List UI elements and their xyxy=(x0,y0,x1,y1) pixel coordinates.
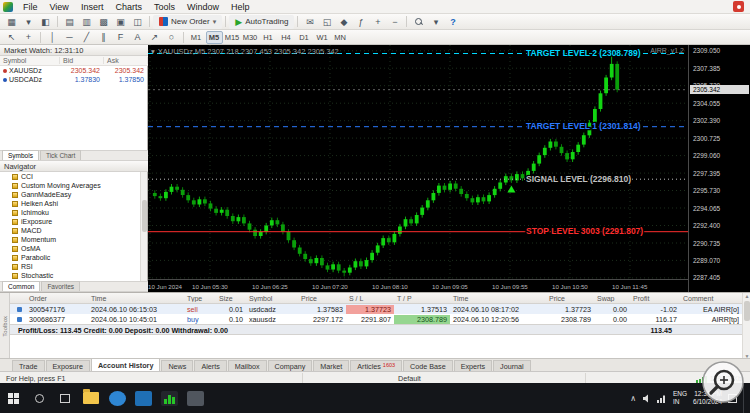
navigator-item-parabolic[interactable]: Parabolic xyxy=(0,253,141,262)
navigator-toggle-icon[interactable]: ▩ xyxy=(96,15,112,28)
objects-icon[interactable]: ◆ xyxy=(336,15,352,28)
locale-block[interactable]: ENG IN xyxy=(673,390,687,406)
search-dropdown-icon[interactable]: ▾ xyxy=(428,15,444,28)
taskbar-app-file-explorer-icon[interactable] xyxy=(78,385,104,411)
history-col[interactable]: T / P xyxy=(394,295,450,302)
toolbox-tab-journal[interactable]: Journal xyxy=(493,360,531,371)
profile-name[interactable]: Default xyxy=(398,374,421,383)
scrollbar-thumb[interactable] xyxy=(744,301,750,321)
mw-col-symbol[interactable]: Symbol xyxy=(0,57,60,64)
market-watch-row[interactable]: XAUUSDz 2305.342 2305.342 xyxy=(0,66,148,75)
channel-icon[interactable]: ∥ xyxy=(96,31,112,44)
history-col[interactable]: Size xyxy=(216,295,246,302)
horizontal-line-icon[interactable]: ─ xyxy=(62,31,78,44)
toolbox-tab-alerts[interactable]: Alerts xyxy=(194,360,226,371)
help-icon[interactable]: ? xyxy=(445,15,461,28)
toolbox-tab-articles[interactable]: Articles1603 xyxy=(350,360,402,371)
scrollbar-thumb[interactable] xyxy=(142,200,147,232)
crosshair-icon[interactable]: + xyxy=(21,31,37,44)
chart-dropdown-icon[interactable]: ▾ xyxy=(21,15,37,28)
taskbar-app-media-app-icon[interactable] xyxy=(182,385,208,411)
market-watch-tab-symbols[interactable]: Symbols xyxy=(2,150,39,160)
navigator-scrollbar[interactable] xyxy=(140,172,147,281)
navigator-item-gannmadeeasy[interactable]: GannMadeEasy xyxy=(0,190,141,199)
notifications-icon[interactable] xyxy=(733,1,744,12)
menu-charts[interactable]: Charts xyxy=(109,0,148,14)
history-col[interactable]: S / L xyxy=(346,295,394,302)
navigator-item-heiken-ashi[interactable]: Heiken Ashi xyxy=(0,199,141,208)
toolbox-tab-company[interactable]: Company xyxy=(268,360,313,371)
history-col[interactable]: Symbol xyxy=(246,295,298,302)
start-button[interactable] xyxy=(0,385,26,411)
menu-tools[interactable]: Tools xyxy=(148,0,181,14)
history-row[interactable]: 3006863772024.06.10 10:45:01buy0.10xauus… xyxy=(10,314,742,324)
arrow-object-icon[interactable]: ↗ xyxy=(147,31,163,44)
navigator-item-cci[interactable]: CCI xyxy=(0,172,141,181)
speaker-icon[interactable] xyxy=(642,394,651,403)
taskbar-search-button[interactable] xyxy=(26,385,52,411)
history-col[interactable]: Time xyxy=(88,295,184,302)
navigator-item-osma[interactable]: OsMA xyxy=(0,244,141,253)
history-col[interactable]: Type xyxy=(184,295,216,302)
timeframe-m1[interactable]: M1 xyxy=(188,31,205,44)
strategy-tester-icon[interactable]: ◫ xyxy=(130,15,146,28)
fullscreen-icon[interactable]: ◱ xyxy=(319,15,335,28)
mw-col-bid[interactable]: Bid xyxy=(60,57,104,64)
shapes-icon[interactable]: ○ xyxy=(164,31,180,44)
candlestick-chart[interactable]: TARGET LEVEL 2 (2308.789)TARGET LEVEL 1 … xyxy=(148,45,688,279)
tray-expand-icon[interactable]: ∧ xyxy=(630,394,636,403)
taskbar-app-store-icon[interactable] xyxy=(130,385,156,411)
navigator-item-rsi[interactable]: RSI xyxy=(0,262,141,271)
navigator-item-stochastic[interactable]: Stochastic xyxy=(0,271,141,280)
timeframe-w1[interactable]: W1 xyxy=(314,31,331,44)
timeframe-m5[interactable]: M5 xyxy=(206,31,223,44)
market-watch-tab-tick-chart[interactable]: Tick Chart xyxy=(40,150,81,160)
history-col[interactable]: Swap xyxy=(594,295,630,302)
history-col[interactable]: Price xyxy=(546,295,594,302)
toolbox-scrollbar[interactable]: ▲ ▼ xyxy=(742,293,750,359)
menu-file[interactable]: File xyxy=(17,0,44,14)
mw-col-ask[interactable]: Ask xyxy=(104,57,148,64)
menu-view[interactable]: View xyxy=(44,0,75,14)
history-col[interactable]: Comment xyxy=(680,295,742,302)
timeframe-mn[interactable]: MN xyxy=(332,31,349,44)
vertical-line-icon[interactable]: │ xyxy=(45,31,61,44)
new-chart-icon[interactable]: ▦ xyxy=(4,15,20,28)
network-icon[interactable] xyxy=(657,394,667,403)
timeframe-h1[interactable]: H1 xyxy=(260,31,277,44)
market-watch-toggle-icon[interactable]: ▤ xyxy=(62,15,78,28)
indicators-icon[interactable]: ƒ xyxy=(353,15,369,28)
timeframe-d1[interactable]: D1 xyxy=(296,31,313,44)
history-col[interactable]: Price xyxy=(298,295,346,302)
navigator-item-ichimoku[interactable]: Ichimoku xyxy=(0,208,141,217)
taskbar-app-metatrader-icon[interactable] xyxy=(156,385,182,411)
cursor-icon[interactable]: ↖ xyxy=(4,31,20,44)
menu-window[interactable]: Window xyxy=(181,0,225,14)
magnifier-overlay[interactable] xyxy=(701,360,745,404)
timeframe-m30[interactable]: M30 xyxy=(242,31,259,44)
trendline-icon[interactable]: ╱ xyxy=(79,31,95,44)
market-watch-row[interactable]: USDCADz 1.37830 1.37850 xyxy=(0,75,148,84)
history-col[interactable]: Profit xyxy=(630,295,680,302)
zoom-out-icon[interactable]: − xyxy=(387,15,403,28)
one-click-trading-toggle[interactable]: ▾ xyxy=(151,47,155,56)
autotrading-button[interactable]: ▶ AutoTrading xyxy=(229,15,294,29)
timeframe-h4[interactable]: H4 xyxy=(278,31,295,44)
navigator-item-iexposure[interactable]: iExposure xyxy=(0,217,141,226)
search-icon[interactable] xyxy=(411,15,427,28)
toolbox-tab-exposure[interactable]: Exposure xyxy=(46,360,90,371)
text-label-icon[interactable]: A xyxy=(130,31,146,44)
data-window-toggle-icon[interactable]: ▥ xyxy=(79,15,95,28)
navigator-item-macd[interactable]: MACD xyxy=(0,226,141,235)
taskbar-app-edge-browser-icon[interactable] xyxy=(104,385,130,411)
toolbox-tab-account-history[interactable]: Account History xyxy=(91,358,161,371)
fibonacci-icon[interactable]: F xyxy=(113,31,129,44)
history-col[interactable]: Time xyxy=(450,295,546,302)
zoom-in-icon[interactable]: + xyxy=(370,15,386,28)
toolbox-tab-trade[interactable]: Trade xyxy=(12,360,45,371)
new-order-button[interactable]: New Order ▾ xyxy=(153,15,222,29)
menu-help[interactable]: Help xyxy=(225,0,256,14)
toolbox-tab-news[interactable]: News xyxy=(161,360,193,371)
mail-icon[interactable]: ✉ xyxy=(302,15,318,28)
price-axis[interactable]: 2309.0502307.3852305.7202304.0552302.390… xyxy=(688,45,750,292)
